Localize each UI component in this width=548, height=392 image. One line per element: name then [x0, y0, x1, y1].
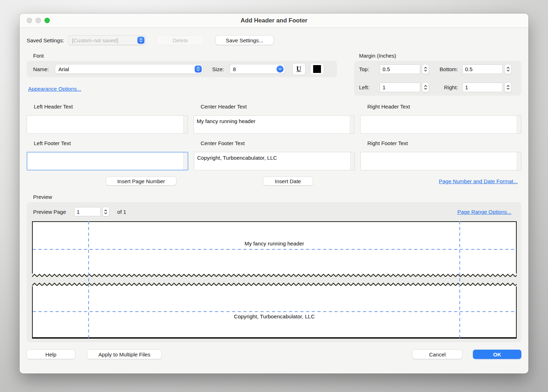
color-swatch: [313, 65, 321, 73]
font-name-select[interactable]: Arial: [55, 64, 203, 74]
preview-footer-text: Copyright, Turboencabulator, LLC: [33, 313, 516, 319]
stepper-icon[interactable]: [422, 83, 429, 92]
font-color-button[interactable]: [310, 63, 324, 75]
font-name-value: Arial: [55, 66, 195, 72]
help-button[interactable]: Help: [27, 350, 75, 359]
stepper-icon[interactable]: [102, 207, 109, 216]
preview-group-label: Preview: [33, 194, 521, 200]
font-size-label: Size:: [212, 66, 224, 72]
margin-left-input[interactable]: [380, 83, 420, 92]
preview-page-input[interactable]: [74, 207, 101, 216]
font-name-label: Name:: [33, 66, 49, 72]
apply-to-multiple-files-button[interactable]: Apply to Multiple Files: [87, 350, 162, 359]
torn-edge-icon: [32, 282, 517, 286]
preview-page-bottom: Copyright, Turboencabulator, LLC: [32, 286, 517, 339]
stepper-icon[interactable]: [422, 64, 429, 74]
scrollbar-track: [517, 116, 521, 133]
chevron-up-down-icon: [195, 65, 202, 73]
center-footer-textarea[interactable]: Copyright, Turboencabulator, LLC: [194, 152, 350, 170]
center-footer-label: Center Footer Text: [194, 140, 355, 146]
left-header-label: Left Header Text: [27, 104, 188, 110]
add-header-footer-dialog: Add Header and Footer Saved Settings: [C…: [20, 14, 528, 374]
scrollbar-track: [183, 153, 188, 170]
margin-bottom-label: Bottom:: [439, 66, 462, 72]
center-header-textarea[interactable]: My fancy running header: [194, 116, 350, 133]
chevron-down-icon: [276, 65, 284, 73]
center-header-field[interactable]: My fancy running header: [194, 115, 355, 134]
stepper-icon[interactable]: [505, 64, 511, 74]
margin-right-label: Right:: [444, 84, 462, 90]
appearance-options-link[interactable]: Appearance Options...: [28, 86, 81, 92]
window-title: Add Header and Footer: [20, 17, 528, 24]
cancel-button[interactable]: Cancel: [412, 350, 462, 359]
page-break-gap: [32, 277, 517, 282]
left-margin-guide: [88, 221, 89, 339]
page-number-date-format-link[interactable]: Page Number and Date Format...: [439, 178, 518, 184]
preview-page-count: of 1: [117, 209, 126, 215]
right-margin-guide: [459, 221, 460, 339]
font-size-select[interactable]: 8: [230, 64, 285, 74]
saved-settings-value: [Custom-not saved]: [69, 37, 137, 43]
left-header-field[interactable]: [27, 115, 188, 134]
preview-page-top: My fancy running header: [32, 221, 517, 274]
left-footer-field[interactable]: [27, 152, 188, 170]
margin-top-input[interactable]: [380, 64, 420, 74]
center-footer-field[interactable]: Copyright, Turboencabulator, LLC: [194, 152, 355, 170]
right-footer-textarea[interactable]: [361, 152, 517, 170]
right-header-label: Right Header Text: [360, 104, 521, 110]
chevron-up-down-icon: [137, 37, 144, 44]
stepper-icon[interactable]: [505, 83, 511, 92]
scrollbar-track: [183, 116, 188, 133]
insert-date-button[interactable]: Insert Date: [263, 177, 313, 185]
preview-page-label: Preview Page: [33, 209, 66, 215]
left-footer-textarea[interactable]: [27, 153, 183, 170]
right-footer-field[interactable]: [360, 152, 521, 170]
footer-margin-guide: [33, 311, 516, 312]
right-footer-label: Right Footer Text: [360, 140, 521, 146]
margin-bottom-input[interactable]: [462, 64, 503, 74]
scrollbar-track: [350, 152, 354, 170]
margin-top-label: Top:: [359, 66, 380, 72]
titlebar: Add Header and Footer: [20, 14, 528, 28]
preview-panel: Preview Page of 1 Page Range Options... …: [27, 202, 521, 342]
font-size-value: 8: [230, 66, 276, 72]
margin-panel: Top: Bottom:: [354, 61, 521, 96]
saved-settings-select[interactable]: [Custom-not saved]: [69, 36, 146, 45]
margin-group-label: Margin (Inches): [359, 53, 521, 59]
insert-page-number-button[interactable]: Insert Page Number: [106, 177, 176, 185]
scrollbar-track: [350, 116, 354, 133]
page-range-options-link[interactable]: Page Range Options...: [457, 209, 511, 215]
font-group-label: Font: [33, 53, 337, 59]
margin-right-input[interactable]: [462, 83, 503, 92]
saved-settings-label: Saved Settings:: [27, 37, 64, 43]
left-footer-label: Left Footer Text: [27, 140, 188, 146]
ok-button[interactable]: OK: [473, 350, 521, 359]
margin-left-label: Left:: [359, 84, 380, 90]
torn-edge-icon: [32, 274, 517, 277]
underline-button[interactable]: U: [293, 63, 305, 75]
right-header-textarea[interactable]: [360, 116, 517, 133]
right-header-field[interactable]: [360, 115, 521, 134]
delete-button[interactable]: Delete: [156, 36, 204, 45]
center-header-label: Center Header Text: [194, 104, 355, 110]
preview-header-text: My fancy running header: [33, 240, 516, 247]
header-margin-guide: [33, 249, 516, 250]
scrollbar-track: [517, 152, 521, 170]
page-preview: My fancy running header: [32, 221, 517, 339]
left-header-textarea[interactable]: [27, 116, 183, 133]
font-panel: Name: Arial Size: 8 U: [27, 61, 337, 77]
save-settings-button[interactable]: Save Settings...: [216, 36, 273, 45]
